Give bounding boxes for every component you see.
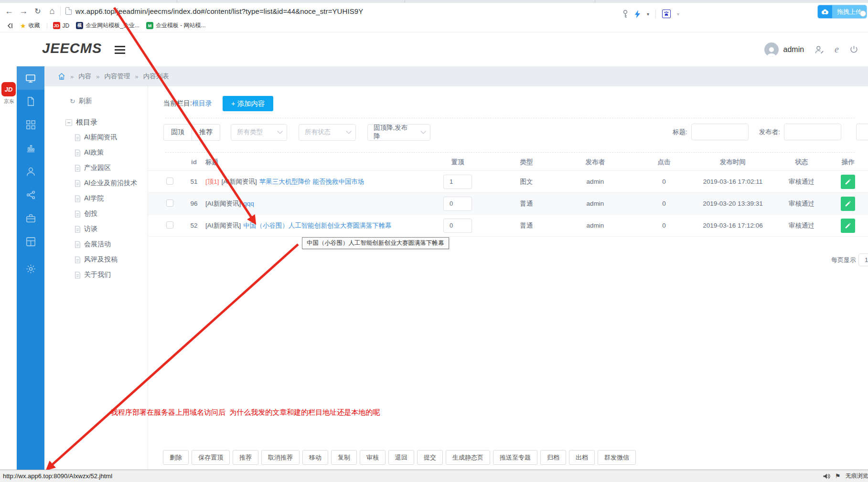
row-checkbox[interactable] [166,199,173,207]
collapse-minus-icon[interactable]: − [65,119,72,126]
forward-icon[interactable]: → [16,6,31,16]
submit-button[interactable]: 提交 [417,450,443,465]
filter-recommend-button[interactable]: 推荐 [192,124,220,141]
tree-item-venture[interactable]: 创投 [75,206,148,221]
top-order-input[interactable] [443,219,472,233]
back-icon[interactable]: ← [2,6,16,16]
tree-node-root[interactable]: − 根目录 [65,118,148,127]
return-button[interactable]: 退回 [388,450,414,465]
username-label[interactable]: admin [783,45,804,54]
sidebar-item-toolbox[interactable] [17,207,44,230]
push-topic-button[interactable]: 推送至专题 [493,450,537,465]
home-icon[interactable]: ⌂ [45,6,59,16]
lightning-icon[interactable] [635,10,641,18]
unarchive-button[interactable]: 出档 [569,450,595,465]
per-page-input[interactable] [858,253,868,266]
tree-item-about-us[interactable]: 关于我们 [75,267,148,283]
sidebar-item-templates[interactable] [17,230,44,253]
tree-item-exhibition[interactable]: 会展活动 [75,237,148,252]
type-select[interactable]: 所有类型 [231,124,287,141]
bookmark-template2[interactable]: M 企业模板 - 网站模... [146,21,206,30]
paw-extension-icon[interactable] [662,10,671,18]
sidebar-item-modules[interactable] [17,113,44,136]
chevron-down-icon[interactable]: ▾ [647,11,649,17]
refresh-label: 刷新 [79,97,92,105]
user-edit-icon[interactable] [814,45,824,54]
chevron-down-icon[interactable]: ▾ [677,11,679,17]
bookmark-template1[interactable]: 模 企业网站模板_企业... [76,21,139,30]
sidebar-item-dashboard[interactable] [17,66,44,90]
sidebar-item-users[interactable] [17,160,44,183]
delete-button[interactable]: 删除 [163,450,189,465]
content-title-link[interactable]: qqq [243,200,254,207]
browser-e-icon[interactable]: e [835,44,839,55]
doc-icon [75,134,81,141]
tree-refresh-button[interactable]: ↻ 刷新 [66,97,148,105]
content-title-link[interactable]: 中国（小谷围）人工智能创新创业大赛圆满落下帷幕 [243,221,392,230]
copy-button[interactable]: 复制 [331,450,357,465]
sidebar-item-statistics[interactable] [17,136,44,160]
collapse-sidebar-icon[interactable] [7,22,13,29]
refresh-icon[interactable]: ↻ [31,7,45,16]
generate-static-button[interactable]: 生成静态页 [446,450,490,465]
tree-item-industry-park[interactable]: 产业园区 [75,160,148,176]
current-category-link[interactable]: 根目录 [192,99,212,107]
divider [165,118,855,118]
move-button[interactable]: 移动 [302,450,328,465]
col-status: 状态 [767,158,836,167]
search-button[interactable] [856,124,868,140]
tree-item-ai-academy[interactable]: AI学院 [75,191,148,206]
sidebar-item-content[interactable] [17,90,44,113]
bookmark-favorites[interactable]: ★ 收藏 [20,21,40,30]
tree-item-review[interactable]: 风评及投稿 [75,252,148,267]
breadcrumb-item-content-list[interactable]: 内容列表 [143,72,169,81]
menu-toggle-icon[interactable] [115,46,125,56]
publisher-search-input[interactable] [784,124,841,140]
jd-floating-widget[interactable]: JD 京东 [1,82,17,105]
add-content-button[interactable]: + 添加内容 [223,96,274,111]
filter-pin-button[interactable]: 固顶 [163,124,192,141]
top-order-input[interactable] [443,197,472,211]
save-top-button[interactable]: 保存置顶 [192,450,230,465]
row-checkbox[interactable] [166,178,173,185]
tree-item-ai-enterprise[interactable]: AI企业及前沿技术 [75,176,148,191]
power-icon[interactable] [849,45,858,54]
search-fields: 标题: 发布者: [673,124,841,140]
sidebar-item-settings[interactable] [17,257,44,281]
sidebar-item-share[interactable] [17,183,44,207]
toolbar-divider [655,10,656,18]
speaker-icon[interactable] [823,473,830,480]
address-url[interactable]: wx.app6.top/jeeadmin/jeecms/index.do#/co… [75,7,363,15]
title-search-input[interactable] [691,124,749,140]
status-link-url: http://wx.app6.top:8090/AIxwzx/52.jhtml [3,472,112,480]
avatar[interactable] [764,42,779,57]
doc-icon [75,226,81,233]
app-header: JEECMS admin e [0,32,868,66]
top-order-input[interactable] [443,175,472,189]
edit-button[interactable] [841,197,855,211]
breadcrumb-item-content[interactable]: 内容 [78,72,91,81]
archive-button[interactable]: 归档 [540,450,566,465]
sort-select[interactable]: 固顶降,发布降 [367,124,430,141]
edit-button[interactable] [841,219,855,233]
audit-button[interactable]: 审核 [360,450,386,465]
bookmark-jd[interactable]: JD JD [53,22,70,29]
tree-item-label: 访谈 [84,225,97,233]
status-right-icons: ⚑ 无痕浏览 [823,472,868,480]
home-icon[interactable] [58,73,65,80]
cell-id: 52 [182,222,205,229]
flag-icon[interactable]: ⚑ [835,472,841,480]
tree-item-interview[interactable]: 访谈 [75,221,148,237]
cancel-recommend-button[interactable]: 取消推荐 [261,450,300,465]
edit-button[interactable] [841,175,855,189]
key-icon[interactable] [622,10,629,18]
recommend-button[interactable]: 推荐 [233,450,258,465]
breadcrumb-item-content-mgmt[interactable]: 内容管理 [104,72,130,81]
wechat-broadcast-button[interactable]: 群发微信 [598,450,636,465]
tree-item-ai-policy[interactable]: AI政策 [75,145,148,160]
row-checkbox[interactable] [166,221,173,229]
drag-upload-button[interactable]: 拖拽上传 [818,5,867,18]
tree-item-ai-news[interactable]: AI新闻资讯 [75,130,148,145]
status-select[interactable]: 所有状态 [299,124,356,141]
content-title-link[interactable]: 苹果三大机型降价 能否挽救中国市场 [259,178,364,186]
